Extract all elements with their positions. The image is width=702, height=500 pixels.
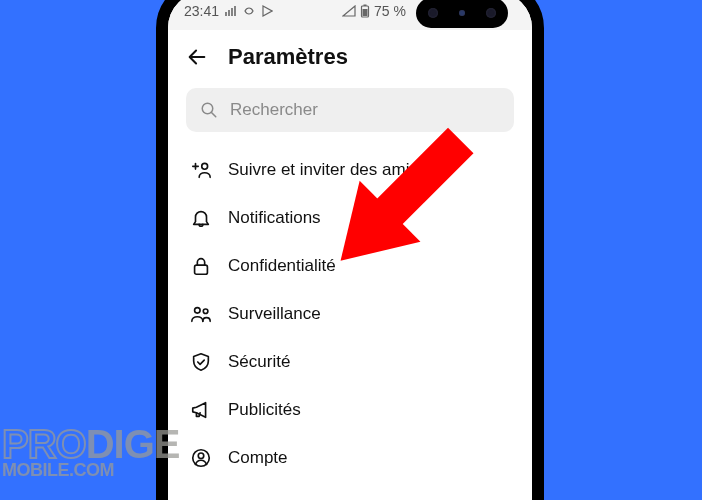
camera-cutout xyxy=(416,0,508,28)
svg-point-8 xyxy=(203,309,208,314)
search-input[interactable]: Rechercher xyxy=(186,88,514,132)
megaphone-icon xyxy=(190,399,212,421)
svg-point-5 xyxy=(202,163,208,169)
watermark: PRODIGE MOBILE.COM xyxy=(2,427,179,478)
menu-item-supervision[interactable]: Surveillance xyxy=(168,290,532,338)
header: Paramètres xyxy=(168,30,532,88)
add-user-icon xyxy=(190,159,212,181)
user-icon xyxy=(190,447,212,469)
people-icon xyxy=(190,303,212,325)
bell-icon xyxy=(190,207,212,229)
search-icon xyxy=(200,101,218,119)
status-battery: 75 % xyxy=(374,3,406,19)
sound-icon xyxy=(243,5,255,17)
settings-list: Suivre et inviter des amis Notifications… xyxy=(168,146,532,482)
menu-item-privacy[interactable]: Confidentialité xyxy=(168,242,532,290)
menu-item-label: Compte xyxy=(228,448,288,468)
back-button[interactable] xyxy=(186,46,208,68)
status-time: 23:41 xyxy=(184,3,219,19)
signal-icon xyxy=(342,5,356,17)
menu-item-label: Sécurité xyxy=(228,352,290,372)
search-placeholder: Rechercher xyxy=(230,100,318,120)
shield-icon xyxy=(190,351,212,373)
play-icon xyxy=(261,5,273,17)
menu-item-label: Suivre et inviter des amis xyxy=(228,160,418,180)
svg-line-4 xyxy=(211,112,216,117)
menu-item-label: Confidentialité xyxy=(228,256,336,276)
page-title: Paramètres xyxy=(228,44,348,70)
lte-icon xyxy=(225,5,237,17)
svg-rect-2 xyxy=(363,9,368,16)
phone-frame: 23:41 75 % Paramètres Rechercher Suivre … xyxy=(156,0,544,500)
menu-item-security[interactable]: Sécurité xyxy=(168,338,532,386)
svg-rect-6 xyxy=(195,265,208,274)
menu-item-notifications[interactable]: Notifications xyxy=(168,194,532,242)
battery-icon xyxy=(360,4,370,18)
lock-icon xyxy=(190,255,212,277)
svg-rect-1 xyxy=(364,5,367,7)
svg-point-10 xyxy=(198,453,204,459)
menu-item-ads[interactable]: Publicités xyxy=(168,386,532,434)
menu-item-label: Publicités xyxy=(228,400,301,420)
svg-point-7 xyxy=(195,308,201,314)
menu-item-label: Surveillance xyxy=(228,304,321,324)
menu-item-account[interactable]: Compte xyxy=(168,434,532,482)
menu-item-follow-invite[interactable]: Suivre et inviter des amis xyxy=(168,146,532,194)
menu-item-label: Notifications xyxy=(228,208,321,228)
watermark-text-a: PRO xyxy=(2,427,86,461)
watermark-text-2: MOBILE.COM xyxy=(2,463,179,478)
